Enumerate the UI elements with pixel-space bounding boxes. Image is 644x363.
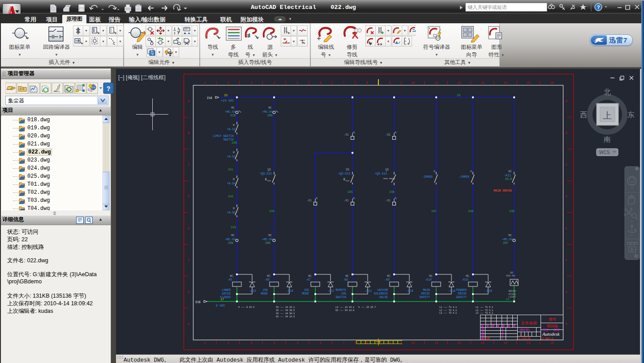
svg-text:A: A <box>188 99 190 103</box>
svg-text:工: 工 <box>501 330 504 333</box>
svg-text:MC: MC <box>508 234 512 237</box>
svg-text:246: 246 <box>389 191 395 194</box>
svg-text:E: E <box>265 178 267 181</box>
svg-text:33 -~- 34 30.6: 33 -~- 34 30.6 <box>276 309 295 312</box>
svg-text:10: 10 <box>411 341 415 345</box>
svg-text:-D20: -D20 <box>485 290 492 293</box>
svg-text:D: D <box>188 195 189 198</box>
svg-text:M: M <box>233 178 235 181</box>
svg-text:244: 244 <box>269 210 275 213</box>
svg-text:25: 25 <box>457 94 460 97</box>
svg-text:206: 206 <box>265 242 270 245</box>
svg-text:POWDER: POWDER <box>456 289 467 292</box>
svg-text:SOLENOID: SOLENOID <box>374 292 388 295</box>
svg-text:E: E <box>343 178 345 181</box>
svg-text:L1 -~- T1 4.1: L1 -~- T1 4.1 <box>439 306 457 309</box>
svg-text:-X1: -X1 <box>306 199 312 202</box>
svg-text:WCS: WCS <box>599 150 610 155</box>
svg-text:3: 3 <box>250 81 252 85</box>
svg-text:MC: MC <box>387 275 391 278</box>
svg-text:25: 25 <box>224 94 228 97</box>
svg-text:-X1: -X1 <box>343 133 349 137</box>
svg-text:3: 3 <box>250 341 252 345</box>
svg-text:43 -~- 44 30.3: 43 -~- 44 30.3 <box>276 312 295 315</box>
svg-text:+QS-S14: +QS-S14 <box>375 172 387 175</box>
svg-text:8: 8 <box>366 341 368 345</box>
svg-text:4 -~- 15 15.7: 4 -~- 15 15.7 <box>358 306 376 309</box>
svg-text:LOWER: LOWER <box>222 289 231 292</box>
svg-text:QS: QS <box>385 168 389 171</box>
svg-text:工: 工 <box>501 333 504 337</box>
svg-text:GATES: GATES <box>222 292 231 295</box>
svg-text:243: 243 <box>231 226 236 229</box>
svg-text:南: 南 <box>604 136 611 143</box>
svg-text:DS: DS <box>346 168 349 171</box>
svg-text:+QS-S13: +QS-S13 <box>338 172 350 175</box>
svg-text:14: 14 <box>503 81 507 85</box>
svg-text:-X1: -X1 <box>385 199 391 202</box>
svg-text:245: 245 <box>348 191 353 194</box>
svg-text:SAFETY: SAFETY <box>456 296 467 299</box>
svg-text:9: 9 <box>389 341 391 345</box>
svg-text:M: M <box>233 151 235 154</box>
svg-text:11: 11 <box>434 341 438 345</box>
svg-text:16: 16 <box>550 81 554 85</box>
svg-text:+MC-X4: +MC-X4 <box>225 238 236 241</box>
svg-text:脲: 脲 <box>481 325 484 328</box>
svg-text:MAIN DRIVE: MAIN DRIVE <box>494 189 512 192</box>
svg-text:SAFETY: SAFETY <box>420 296 430 299</box>
svg-text:-K8: -K8 <box>343 278 348 282</box>
svg-text:2: 2 <box>227 341 229 345</box>
svg-text:LIGHT: LIGHT <box>508 295 516 299</box>
svg-text:-D18: -D18 <box>406 290 413 293</box>
svg-text:-D15: -D15 <box>249 290 256 293</box>
svg-text:F: F <box>188 259 189 262</box>
svg-text:7: 7 <box>343 81 344 85</box>
svg-text:M: M <box>233 207 235 210</box>
svg-text:-X1: -X1 <box>385 133 391 137</box>
svg-text:L3 -~- T3 5.1: L3 -~- T3 5.1 <box>476 312 493 315</box>
svg-text:+N-52: +N-52 <box>227 128 236 131</box>
svg-text:T: T <box>354 198 355 201</box>
svg-text:C: C <box>188 163 189 167</box>
svg-text:L2 -~- T2 4.1: L2 -~- T2 4.1 <box>439 309 457 312</box>
svg-text:JOG: JOG <box>262 289 268 292</box>
svg-text:H: H <box>565 322 567 326</box>
svg-text:VALVE: VALVE <box>379 296 388 299</box>
svg-text:M81号L: M81号L <box>519 328 530 331</box>
svg-text:4: 4 <box>273 341 275 345</box>
svg-text:MAIN: MAIN <box>423 289 430 292</box>
svg-text:MC: MC <box>267 275 270 278</box>
svg-text:DRIVE: DRIVE <box>421 292 430 295</box>
svg-text:+24 VDC: +24 VDC <box>221 99 234 102</box>
svg-text:脲: 脲 <box>513 325 515 328</box>
svg-text:班次: 班次 <box>543 328 549 331</box>
svg-text:33 -~- 14 15.1: 33 -~- 14 15.1 <box>276 306 295 309</box>
svg-text:9: 9 <box>389 81 391 85</box>
svg-text:13: 13 <box>481 81 484 85</box>
svg-text:1: 1 <box>204 81 206 85</box>
svg-text:QS: QS <box>267 168 271 171</box>
svg-text:?: ? <box>597 4 600 10</box>
svg-text:+MC-X4: +MC-X4 <box>262 238 273 241</box>
svg-text:E: E <box>565 227 567 231</box>
svg-text:53 -~- 54 14.3: 53 -~- 54 14.3 <box>276 316 295 318</box>
svg-text:MODE: MODE <box>261 292 268 295</box>
svg-text:-20RE0: -20RE0 <box>459 175 470 179</box>
svg-text:248: 248 <box>232 141 237 145</box>
svg-text:5: 5 <box>296 341 298 345</box>
svg-text:242: 242 <box>228 195 233 198</box>
svg-text:12: 12 <box>457 81 461 85</box>
svg-text:2: 2 <box>227 81 229 85</box>
svg-text:B: B <box>565 131 567 135</box>
svg-text:248: 248 <box>468 210 473 213</box>
svg-text:SWITCH: SWITCH <box>223 138 234 141</box>
svg-text:8: 8 <box>366 81 368 85</box>
svg-text:-K7: -K7 <box>305 278 311 282</box>
svg-text:-20RE0: -20RE0 <box>422 175 433 179</box>
svg-text:T: T <box>395 198 397 201</box>
svg-text:脲: 脲 <box>486 325 489 328</box>
svg-text:+MC-X4: +MC-X4 <box>262 111 273 114</box>
svg-text:L3 -~- 14 15.1: L3 -~- 14 15.1 <box>335 306 354 309</box>
svg-text:L3 -~- T3 4.1: L3 -~- T3 4.1 <box>439 312 457 315</box>
